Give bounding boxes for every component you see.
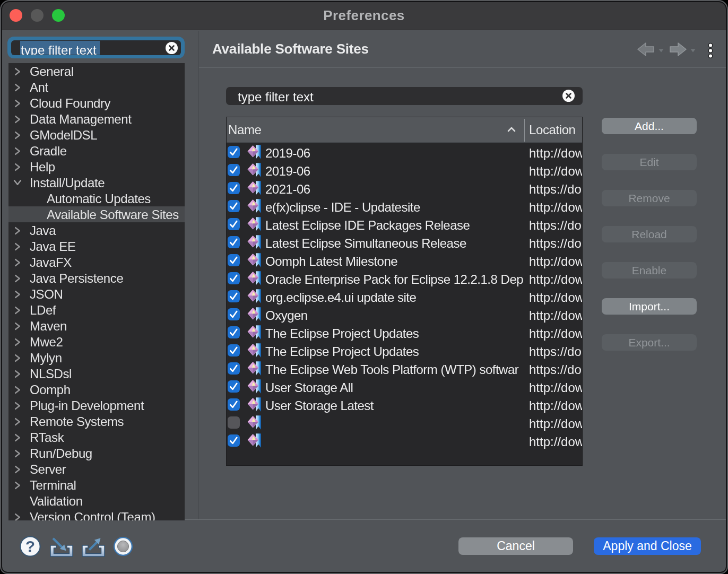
svg-text:?: ? xyxy=(25,537,35,555)
